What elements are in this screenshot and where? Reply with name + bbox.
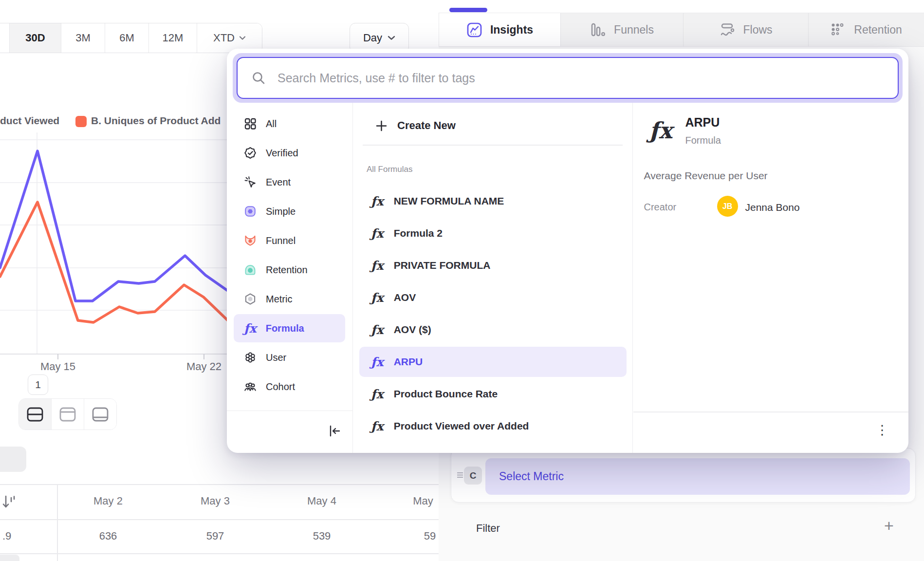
divider	[633, 411, 908, 412]
formula-icon: ƒx	[371, 356, 384, 368]
cohort-icon	[244, 380, 257, 393]
tab-retention[interactable]: Retention	[809, 13, 924, 46]
formula-name: AOV ($)	[394, 324, 431, 336]
formula-icon: ƒx	[371, 195, 384, 207]
layout-bottom-button[interactable]	[84, 399, 116, 430]
select-metric-label: Select Metric	[499, 470, 564, 483]
event-icon	[244, 176, 257, 188]
category-simple[interactable]: Simple	[234, 197, 345, 225]
formula-name: Product Bounce Rate	[394, 388, 498, 400]
filter-section-label: Filter	[476, 522, 500, 535]
tab-label: Insights	[490, 23, 533, 37]
sort-icon[interactable]	[1, 494, 18, 510]
sidebar-footer	[227, 411, 352, 453]
layout-split-button[interactable]	[19, 399, 52, 430]
layout-bottom-icon	[91, 406, 110, 423]
category-metric[interactable]: Metric	[234, 285, 345, 313]
table-header-cell: May 4	[288, 495, 356, 507]
plus-icon	[375, 119, 388, 132]
category-event[interactable]: Event	[234, 168, 345, 196]
formula-item-product-viewed-over-added[interactable]: ƒx Product Viewed over Added	[359, 411, 627, 441]
formula-name: Product Viewed over Added	[394, 420, 529, 432]
avatar: JB	[717, 196, 738, 217]
table-cell-partial: .9	[2, 530, 11, 542]
detail-title: ARPU	[685, 115, 720, 130]
layout-top-button[interactable]	[52, 399, 84, 430]
formula-name: NEW FORMULA NAME	[394, 195, 504, 207]
category-label: Retention	[266, 264, 308, 276]
category-label: User	[266, 352, 286, 363]
formula-icon: ƒx	[649, 119, 672, 142]
tab-label: Funnels	[614, 23, 654, 37]
formula-name: AOV	[394, 292, 416, 303]
insights-icon	[466, 22, 482, 38]
formula-item-private-formula[interactable]: ƒx PRIVATE FORMULA	[359, 250, 627, 280]
category-label: Funnel	[266, 235, 296, 246]
tab-insights[interactable]: Insights	[439, 13, 561, 46]
select-metric-card: C Select Metric	[451, 448, 916, 503]
search-box	[237, 57, 899, 99]
formula-icon: ƒx	[371, 420, 384, 432]
formula-icon: ƒx	[371, 388, 384, 400]
metric-picker-modal: All Verified Event Simple Funnel Retenti…	[227, 49, 908, 453]
formula-item-aov-[interactable]: ƒx AOV ($)	[359, 315, 627, 345]
seal-icon	[244, 147, 257, 159]
category-funnel[interactable]: Funnel	[234, 226, 345, 255]
formula-item-arpu[interactable]: ƒx ARPU	[359, 347, 627, 377]
table-column-divider	[57, 484, 58, 561]
table-border	[0, 519, 439, 520]
category-cohort[interactable]: Cohort	[234, 373, 345, 401]
search-input[interactable]	[277, 71, 898, 86]
table-value-cell: 539	[288, 530, 356, 542]
formula-name: Formula 2	[394, 227, 443, 239]
category-retention[interactable]: Retention	[234, 256, 345, 284]
add-filter-button[interactable]: +	[884, 516, 894, 535]
category-user[interactable]: User	[234, 343, 345, 372]
category-verified[interactable]: Verified	[234, 139, 345, 167]
collapse-sidebar-icon[interactable]	[327, 424, 342, 438]
category-label: Event	[266, 177, 291, 188]
series-line-purple[interactable]	[0, 151, 230, 301]
metric-position-badge: C	[464, 467, 482, 485]
divider	[363, 145, 623, 146]
detail-type-label: Formula	[685, 135, 721, 146]
detail-description: Average Revenue per User	[644, 170, 768, 182]
drag-handle-icon[interactable]	[456, 471, 464, 479]
formula-item-aov[interactable]: ƒx AOV	[359, 282, 627, 313]
grid-icon	[244, 117, 257, 130]
formula-icon: ƒx	[244, 322, 257, 335]
page-number-badge[interactable]: 1	[28, 374, 48, 395]
formula-name: ARPU	[394, 356, 423, 368]
simple-icon	[244, 205, 257, 218]
retention-cat-icon	[244, 263, 257, 276]
category-all[interactable]: All	[234, 110, 345, 138]
layout-split-icon	[26, 406, 44, 423]
formula-item-formula-2[interactable]: ƒx Formula 2	[359, 218, 627, 248]
search-icon	[251, 71, 266, 85]
table-header-cell: May 2	[74, 495, 142, 507]
tab-funnels[interactable]: Funnels	[561, 13, 684, 46]
report-type-tabbar: Insights Funnels Flows Retention	[439, 13, 924, 47]
active-tab-indicator	[449, 8, 487, 12]
overflow-menu-icon[interactable]: ⋮	[876, 422, 889, 438]
formula-item-product-bounce-rate[interactable]: ƒx Product Bounce Rate	[359, 379, 627, 409]
tab-flows[interactable]: Flows	[684, 13, 809, 46]
tab-label: Flows	[743, 23, 772, 37]
table-value-cell: 636	[74, 530, 142, 542]
select-metric-button[interactable]: Select Metric	[485, 458, 910, 495]
table-border	[0, 553, 439, 554]
table-header-cell: May 3	[181, 495, 249, 507]
creator-label: Creator	[644, 202, 677, 213]
funnels-icon	[590, 22, 606, 38]
formula-item-new-formula-name[interactable]: ƒx NEW FORMULA NAME	[359, 186, 627, 216]
category-formula[interactable]: ƒxFormula	[234, 314, 345, 342]
create-new-button[interactable]: Create New	[353, 112, 632, 139]
user-icon	[244, 351, 257, 364]
category-label: Formula	[266, 323, 304, 334]
create-new-label: Create New	[397, 119, 456, 132]
category-label: Verified	[266, 148, 298, 159]
formula-icon: ƒx	[371, 260, 384, 272]
metric-icon	[244, 293, 257, 305]
table-value-cell: 597	[181, 530, 249, 542]
series-line-orange[interactable]	[0, 202, 230, 322]
